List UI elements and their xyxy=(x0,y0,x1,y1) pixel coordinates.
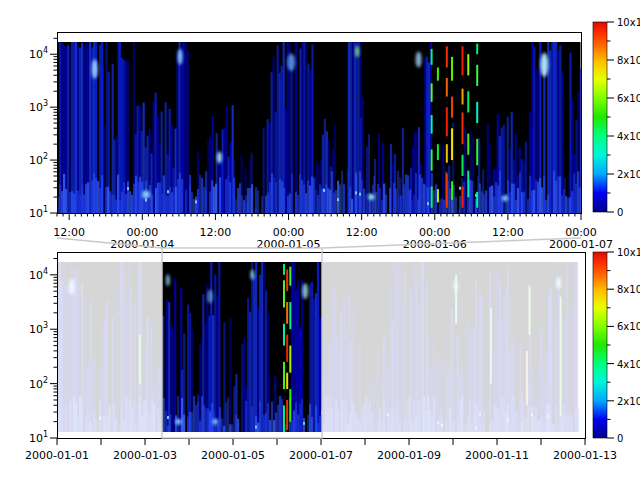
bottom-colorbar: 02x1074x1076x1078x10710x107 xyxy=(593,244,640,444)
y-tick-label: 103 xyxy=(29,321,48,336)
y-tick-label: 104 xyxy=(29,46,48,61)
x-tick-date-label: 2000-01-05 xyxy=(257,238,321,251)
masked-region-overlay xyxy=(57,262,162,432)
y-tick-label: 102 xyxy=(29,376,48,391)
x-tick-time-label: 12:00 xyxy=(53,226,85,239)
colorbar-tick-label: 10x107 xyxy=(617,244,640,258)
y-tick-label: 103 xyxy=(29,99,48,114)
colorbar-tick-label: 2x107 xyxy=(617,393,640,407)
colorbar-tick-label: 0 xyxy=(617,433,623,444)
y-tick-label: 101 xyxy=(29,430,48,445)
x-tick-date-label: 2000-01-07 xyxy=(289,449,353,462)
colorbar-tick-label: 10x107 xyxy=(617,14,640,28)
y-tick-label: 102 xyxy=(29,152,48,167)
colorbar-tick-label: 6x107 xyxy=(617,90,640,104)
colorbar-tick-label: 8x107 xyxy=(617,281,640,295)
x-tick-date-label: 2000-01-11 xyxy=(465,449,529,462)
colorbar-tick-label: 0 xyxy=(617,207,623,218)
y-tick-label: 101 xyxy=(29,205,48,220)
spectrogram-viewer-window: 12:0000:002000-01-0412:0000:002000-01-05… xyxy=(0,0,640,480)
y-tick-label: 104 xyxy=(29,267,48,282)
colorbar-gradient xyxy=(593,22,607,212)
colorbar-tick-label: 6x107 xyxy=(617,318,640,332)
top-colorbar: 02x1074x1076x1078x10710x107 xyxy=(593,14,640,218)
spectrogram-scene: 12:0000:002000-01-0412:0000:002000-01-05… xyxy=(0,0,640,480)
colorbar-tick-label: 8x107 xyxy=(617,52,640,66)
bottom-plot: 2000-01-012000-01-032000-01-052000-01-07… xyxy=(25,253,617,463)
x-tick-time-label: 12:00 xyxy=(346,226,378,239)
x-tick-date-label: 2000-01-01 xyxy=(25,449,89,462)
x-tick-time-label: 12:00 xyxy=(200,226,232,239)
masked-region-overlay xyxy=(322,262,585,432)
colorbar-tick-label: 2x107 xyxy=(617,166,640,180)
colorbar-tick-label: 4x107 xyxy=(617,128,640,142)
x-tick-date-label: 2000-01-07 xyxy=(549,238,613,251)
colorbar-tick-label: 4x107 xyxy=(617,356,640,370)
x-tick-date-label: 2000-01-09 xyxy=(377,449,441,462)
colorbar-gradient xyxy=(593,252,607,438)
x-tick-date-label: 2000-01-13 xyxy=(553,449,617,462)
top-plot: 12:0000:002000-01-0412:0000:002000-01-05… xyxy=(29,33,613,252)
x-tick-time-label: 12:00 xyxy=(492,226,524,239)
x-tick-date-label: 2000-01-03 xyxy=(113,449,177,462)
x-tick-date-label: 2000-01-05 xyxy=(201,449,265,462)
